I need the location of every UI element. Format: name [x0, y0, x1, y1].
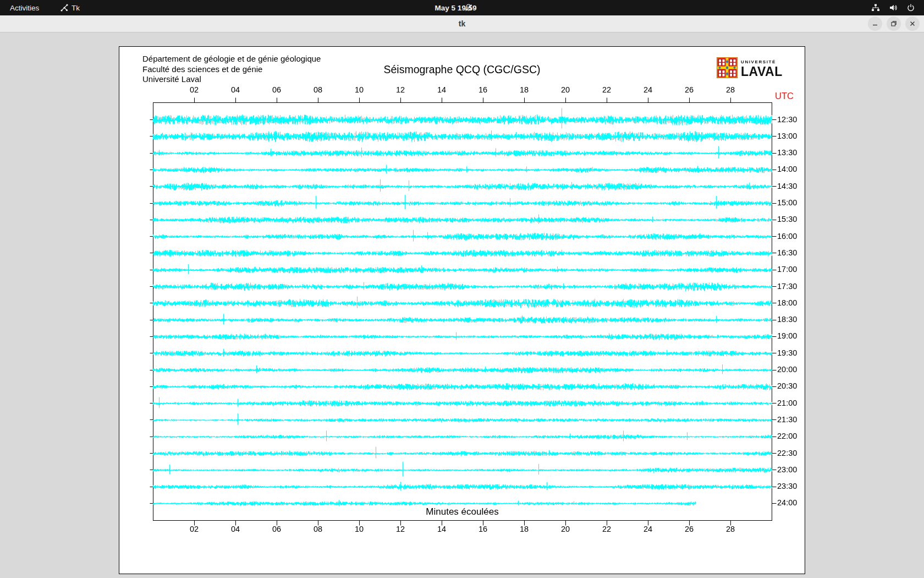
x-tick-label-top: 26	[681, 85, 697, 94]
wired-network-icon	[871, 3, 880, 12]
x-tick-label-top: 02	[186, 85, 202, 94]
utc-row-label: 21:00	[777, 399, 797, 407]
focused-app-name: Tk	[72, 4, 80, 12]
x-tick-label-bottom: 02	[186, 525, 202, 533]
laval-wordmark-top: UNIVERSITÉ	[741, 60, 783, 64]
x-tick-label-bottom: 04	[227, 525, 244, 533]
x-tick-label-bottom: 14	[433, 525, 450, 533]
x-tick-label-top: 20	[557, 85, 574, 94]
utc-row-label: 22:30	[777, 449, 797, 457]
universite-laval-logo: UNIVERSITÉ LAVAL	[717, 57, 783, 80]
utc-row-label: 13:30	[777, 149, 797, 157]
utc-row-label: 12:30	[777, 116, 797, 124]
x-tick-label-top: 08	[310, 85, 326, 94]
utc-row-label: 21:30	[777, 416, 797, 424]
x-tick-label-top: 16	[475, 85, 491, 94]
x-tick-label-top: 06	[268, 85, 285, 94]
desktop: Activities Tk May 5 19:59 tk	[0, 0, 924, 578]
utc-row-label: 23:30	[777, 482, 797, 490]
tk-app-icon	[61, 4, 68, 12]
utc-row-label: 15:30	[777, 215, 797, 223]
x-tick-label-bottom: 28	[722, 525, 739, 533]
utc-row-label: 14:30	[777, 182, 797, 190]
minimize-button[interactable]	[868, 17, 882, 31]
x-tick-label-top: 10	[351, 85, 367, 94]
gnome-top-bar: Activities Tk May 5 19:59	[0, 0, 924, 15]
utc-row-label: 17:00	[777, 265, 797, 274]
utc-row-label: 20:00	[777, 366, 797, 374]
x-tick-label-bottom: 06	[268, 525, 285, 533]
x-tick-label-top: 24	[640, 85, 656, 94]
x-tick-label-top: 28	[722, 85, 739, 94]
x-axis-title: Minutes écoulées	[153, 506, 772, 517]
utc-row-label: 17:30	[777, 282, 797, 291]
utc-axis-title: UTC	[775, 91, 794, 101]
x-tick-label-bottom: 26	[681, 525, 697, 533]
utc-row-label: 15:00	[777, 199, 797, 207]
utc-row-label: 19:30	[777, 349, 797, 357]
laval-shield-icon	[717, 57, 738, 80]
page-title: Séismographe QCQ (CGC/GSC)	[119, 63, 805, 76]
utc-row-label: 23:00	[777, 466, 797, 474]
x-tick-label-top: 04	[227, 85, 244, 94]
laval-wordmark: UNIVERSITÉ LAVAL	[741, 60, 783, 78]
utc-row-label: 13:00	[777, 132, 797, 140]
seismograph-sheet: Département de géologie et de génie géol…	[119, 46, 805, 574]
system-tray[interactable]	[866, 0, 921, 15]
utc-row-label: 16:00	[777, 232, 797, 241]
utc-row-label: 19:00	[777, 332, 797, 340]
utc-row-label: 20:30	[777, 382, 797, 390]
volume-icon	[889, 3, 898, 12]
x-tick-label-top: 14	[433, 85, 450, 94]
utc-row-label: 24:00	[777, 499, 797, 507]
x-tick-label-bottom: 12	[392, 525, 409, 533]
maximize-button[interactable]	[887, 17, 901, 31]
x-tick-label-bottom: 16	[475, 525, 491, 533]
x-tick-label-bottom: 24	[640, 525, 656, 533]
utc-row-label: 14:00	[777, 165, 797, 173]
notifications-muted-icon	[459, 0, 479, 15]
window-titlebar[interactable]: tk	[0, 15, 924, 32]
x-tick-label-top: 18	[516, 85, 532, 94]
x-tick-label-bottom: 20	[557, 525, 574, 533]
activities-button[interactable]: Activities	[4, 0, 45, 15]
utc-row-label: 18:00	[777, 299, 797, 307]
x-tick-label-bottom: 08	[310, 525, 326, 533]
focused-app-menu[interactable]: Tk	[55, 0, 85, 15]
close-button[interactable]	[905, 17, 920, 31]
laval-wordmark-bottom: LAVAL	[741, 66, 783, 78]
x-tick-label-top: 12	[392, 85, 409, 94]
utc-row-label: 18:30	[777, 315, 797, 324]
header-line-1: Département de géologie et de génie géol…	[142, 54, 321, 64]
power-icon	[906, 3, 915, 12]
x-tick-label-top: 22	[598, 85, 615, 94]
utc-row-label: 22:00	[777, 432, 797, 440]
window-title: tk	[0, 15, 924, 32]
x-tick-label-bottom: 10	[351, 525, 367, 533]
activities-label: Activities	[10, 4, 39, 12]
x-tick-label-bottom: 22	[598, 525, 615, 533]
helicorder-trace-canvas	[119, 47, 805, 574]
utc-row-label: 16:30	[777, 249, 797, 257]
x-tick-label-bottom: 18	[516, 525, 532, 533]
